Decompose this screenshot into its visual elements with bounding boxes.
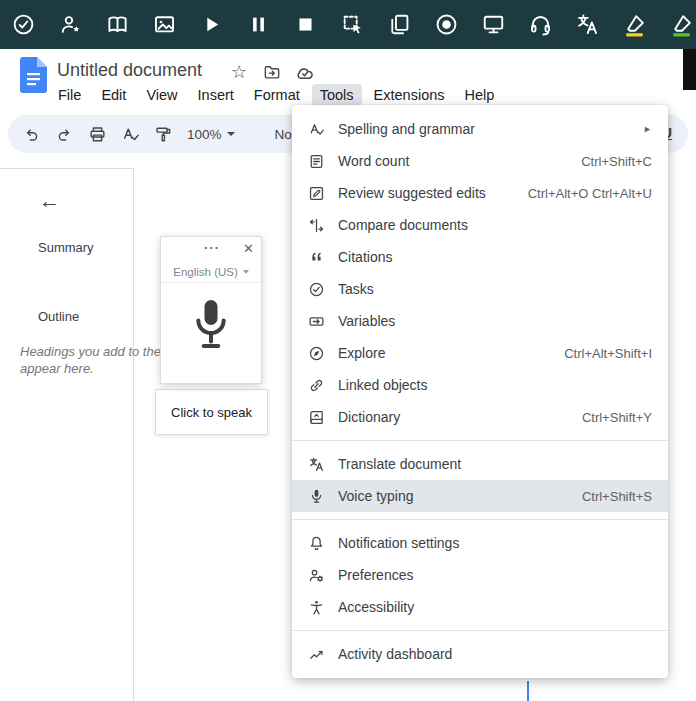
panel-divider-vertical <box>133 168 134 701</box>
translate-icon <box>308 456 325 473</box>
menu-item-shortcut: Ctrl+Alt+Shift+I <box>564 346 652 361</box>
document-title[interactable]: Untitled document <box>57 60 202 81</box>
menu-item-explore[interactable]: ExploreCtrl+Alt+Shift+I <box>292 337 668 369</box>
language-select[interactable]: English (US) <box>161 262 261 283</box>
headset-icon[interactable] <box>528 12 553 37</box>
move-folder-icon[interactable] <box>262 63 282 82</box>
microphone-icon <box>308 488 325 505</box>
accessibility-icon <box>308 599 325 616</box>
pause-icon[interactable] <box>246 12 271 37</box>
menu-item-label: Spelling and grammar <box>338 121 475 137</box>
menu-item-label: Translate document <box>338 456 461 472</box>
menu-format[interactable]: Format <box>246 84 308 106</box>
language-value: English (US) <box>173 266 238 278</box>
highlighter-green-icon[interactable] <box>669 12 694 37</box>
menu-insert[interactable]: Insert <box>190 84 242 106</box>
docs-logo-icon[interactable] <box>20 57 47 93</box>
menu-item-activity-dashboard[interactable]: Activity dashboard <box>292 638 668 670</box>
tasks-icon <box>308 281 325 298</box>
menu-item-label: Explore <box>338 345 385 361</box>
menu-item-voice-typing[interactable]: Voice typingCtrl+Shift+S <box>292 480 668 512</box>
menubar: FileEditViewInsertFormatToolsExtensionsH… <box>50 84 502 106</box>
menu-item-spelling-and-grammar[interactable]: Spelling and grammar► <box>292 113 668 145</box>
menu-item-label: Review suggested edits <box>338 185 486 201</box>
word-count-icon <box>308 153 325 170</box>
person-star-icon[interactable] <box>58 12 83 37</box>
monitor-icon[interactable] <box>481 12 506 37</box>
menu-item-linked-objects[interactable]: Linked objects <box>292 369 668 401</box>
menu-item-word-count[interactable]: Word countCtrl+Shift+C <box>292 145 668 177</box>
menu-item-variables[interactable]: Variables <box>292 305 668 337</box>
menu-help[interactable]: Help <box>457 84 503 106</box>
record-icon[interactable] <box>434 12 459 37</box>
menu-file[interactable]: File <box>50 84 89 106</box>
menu-separator <box>292 519 668 520</box>
compare-documents-icon <box>308 217 325 234</box>
print-icon[interactable] <box>88 125 107 144</box>
spellcheck-icon[interactable] <box>121 125 140 144</box>
menu-item-label: Preferences <box>338 567 413 583</box>
dictionary-icon <box>308 409 325 426</box>
menu-item-label: Tasks <box>338 281 374 297</box>
explore-icon <box>308 345 325 362</box>
voice-typing-widget: ⋯ ✕ English (US) <box>160 236 262 384</box>
star-icon[interactable]: ☆ <box>231 61 247 83</box>
click-to-speak-tooltip: Click to speak <box>155 389 268 435</box>
menu-item-preferences[interactable]: Preferences <box>292 559 668 591</box>
menu-extensions[interactable]: Extensions <box>366 84 453 106</box>
summary-label: Summary <box>38 240 94 255</box>
copy-icon[interactable] <box>387 12 412 37</box>
select-area-icon[interactable] <box>340 12 365 37</box>
menu-item-shortcut: Ctrl+Shift+C <box>581 154 652 169</box>
menu-item-accessibility[interactable]: Accessibility <box>292 591 668 623</box>
menu-item-label: Word count <box>338 153 409 169</box>
check-circle-icon[interactable] <box>11 12 36 37</box>
chevron-down-icon <box>243 270 249 274</box>
microphone-button[interactable] <box>161 284 261 355</box>
redo-icon[interactable] <box>55 125 74 144</box>
tools-menu: Spelling and grammar►Word countCtrl+Shif… <box>292 105 668 678</box>
menu-item-label: Dictionary <box>338 409 400 425</box>
back-arrow-icon[interactable]: ← <box>39 189 60 213</box>
menu-tools[interactable]: Tools <box>312 84 362 106</box>
menu-view[interactable]: View <box>138 84 185 106</box>
overflow-menu-icon[interactable]: ⋯ <box>203 238 220 257</box>
menu-item-notification-settings[interactable]: Notification settings <box>292 527 668 559</box>
microphone-icon <box>188 295 234 355</box>
preferences-icon <box>308 567 325 584</box>
paragraph-style-select[interactable]: No <box>275 127 292 142</box>
menu-item-label: Compare documents <box>338 217 468 233</box>
menu-item-translate-document[interactable]: Translate document <box>292 448 668 480</box>
menu-item-compare-documents[interactable]: Compare documents <box>292 209 668 241</box>
tooltip-text: Click to speak <box>171 405 252 420</box>
page-edge-line <box>527 681 529 701</box>
menu-item-shortcut: Ctrl+Shift+S <box>582 489 652 504</box>
scrollbar-thumb[interactable] <box>683 49 696 90</box>
paint-format-icon[interactable] <box>154 125 173 144</box>
zoom-select[interactable]: 100% <box>187 127 235 142</box>
cloud-status-icon[interactable] <box>294 63 316 83</box>
menu-item-label: Linked objects <box>338 377 428 393</box>
book-icon[interactable] <box>105 12 130 37</box>
stop-icon[interactable] <box>293 12 318 37</box>
highlighter-yellow-icon[interactable] <box>622 12 647 37</box>
menu-item-label: Voice typing <box>338 488 414 504</box>
submenu-arrow-icon: ► <box>643 124 652 134</box>
menu-item-shortcut: Ctrl+Shift+Y <box>582 410 652 425</box>
image-icon[interactable] <box>152 12 177 37</box>
top-toolbar <box>0 0 696 49</box>
menu-item-citations[interactable]: Citations <box>292 241 668 273</box>
undo-icon[interactable] <box>22 125 41 144</box>
menu-item-tasks[interactable]: Tasks <box>292 273 668 305</box>
menu-item-review-suggested-edits[interactable]: Review suggested editsCtrl+Alt+O Ctrl+Al… <box>292 177 668 209</box>
bell-icon <box>308 535 325 552</box>
menu-edit[interactable]: Edit <box>93 84 134 106</box>
variables-icon <box>308 313 325 330</box>
zoom-value: 100% <box>187 127 222 142</box>
menu-item-shortcut: Ctrl+Alt+O Ctrl+Alt+U <box>528 186 652 201</box>
close-icon[interactable]: ✕ <box>243 241 254 256</box>
translate-icon[interactable] <box>575 12 600 37</box>
menu-item-label: Accessibility <box>338 599 414 615</box>
menu-item-dictionary[interactable]: DictionaryCtrl+Shift+Y <box>292 401 668 433</box>
play-icon[interactable] <box>199 12 224 37</box>
